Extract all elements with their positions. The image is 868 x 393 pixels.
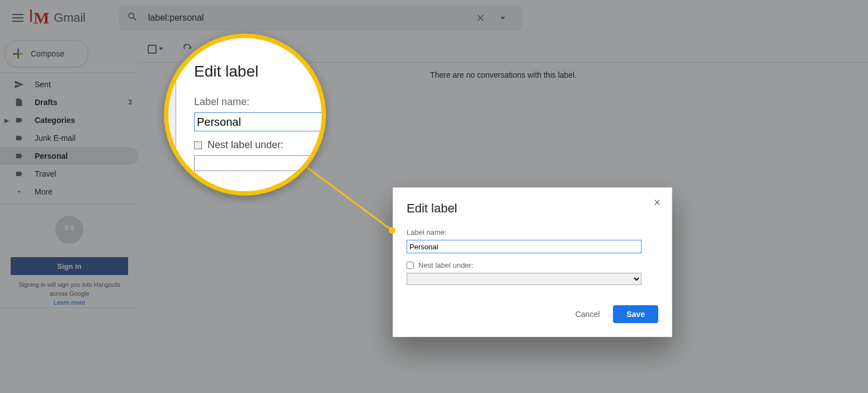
magnified-checkbox-icon [194,141,202,149]
nest-label-row[interactable]: Nest label under: [407,261,658,269]
dialog-title: Edit label [407,201,658,216]
dialog-close-button[interactable] [650,196,664,209]
label-name-input[interactable] [407,240,641,253]
magnified-label-input [194,112,323,131]
magnified-dialog-title: Edit label [194,63,322,81]
nest-label-checkbox[interactable] [407,262,414,269]
edit-label-dialog: Edit label Label name: Nest label under:… [393,187,672,337]
save-button[interactable]: Save [613,305,658,323]
magnified-nest-caption: Nest label under: [207,139,284,151]
magnified-select [194,155,323,171]
cancel-button[interactable]: Cancel [567,305,609,323]
magnifier-callout: Edit label Label name: Nest label under: [164,34,326,196]
nest-label-caption: Nest label under: [418,261,473,269]
label-name-caption: Label name: [407,228,658,236]
nest-parent-select[interactable] [407,273,641,285]
magnified-field-label: Label name: [194,96,322,108]
